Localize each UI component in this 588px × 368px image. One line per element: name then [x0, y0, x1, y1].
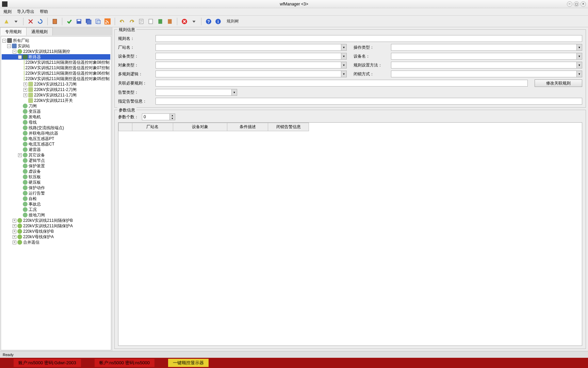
expand-icon[interactable]: +: [23, 82, 27, 86]
param-count-input[interactable]: [142, 114, 169, 120]
tree-protect-act[interactable]: 保护动作: [2, 185, 110, 190]
tb-save-icon[interactable]: [75, 18, 83, 25]
tb-book-orange-icon[interactable]: [166, 18, 174, 25]
col-device[interactable]: 设备对象: [173, 123, 227, 131]
tb-help-icon[interactable]: ?: [205, 18, 212, 25]
col-condition[interactable]: 条件描述: [227, 123, 268, 131]
tree-arrester[interactable]: 避雷器: [2, 147, 110, 152]
input-alarm-info[interactable]: [156, 98, 582, 105]
tree-sw211[interactable]: 220kV实训线211开关: [2, 98, 110, 103]
tree-condition[interactable]: 工况: [2, 207, 110, 212]
maximize-button[interactable]: ◻: [574, 1, 579, 7]
expand-icon[interactable]: +: [13, 224, 16, 228]
rule-tree[interactable]: −所有厂站 −实训站 −220kV实训线211间隔测控 −断路器 220kV实训…: [1, 36, 111, 350]
expand-icon[interactable]: +: [23, 88, 27, 92]
col-lock-alarm[interactable]: 闭锁告警信息: [268, 123, 309, 131]
tree-virtual-dev[interactable]: 虚设备: [2, 169, 110, 174]
tb-delete-icon[interactable]: [27, 18, 34, 25]
collapse-icon[interactable]: −: [13, 50, 16, 53]
chevron-down-icon[interactable]: ▼: [341, 71, 346, 77]
tb-doc2-icon[interactable]: [147, 18, 154, 25]
expand-icon[interactable]: +: [13, 230, 16, 233]
combo-alarm-type[interactable]: ▼: [156, 89, 237, 96]
minimize-button[interactable]: −: [567, 1, 572, 7]
tree-root[interactable]: −所有厂站: [2, 38, 110, 43]
tb-book-green-icon[interactable]: [157, 18, 164, 25]
spinner-up-icon[interactable]: ▲: [170, 114, 175, 117]
tree-ctrl08[interactable]: 220kV实训线211间隔测控遥信遥控对象08控制: [2, 60, 110, 65]
tree-softplate[interactable]: 软压板: [2, 174, 110, 180]
tree-accident[interactable]: 事故总: [2, 201, 110, 207]
tree-other-dev[interactable]: +其它设备: [2, 152, 110, 158]
tree-hardplate[interactable]: 硬压板: [2, 180, 110, 185]
tree-ctrl05[interactable]: 220kV实训线211间隔测控遥信遥控对象05控制: [2, 76, 110, 81]
tree-pt[interactable]: 电压互感器PT: [2, 136, 110, 141]
input-rule-name[interactable]: [156, 35, 582, 42]
tb-rss-icon[interactable]: [104, 18, 111, 25]
collapse-icon[interactable]: −: [2, 39, 6, 43]
tb-clipboard-icon[interactable]: [51, 18, 59, 25]
tree-generator[interactable]: 发电机: [2, 114, 110, 120]
expand-icon[interactable]: +: [13, 219, 16, 223]
tree-merge[interactable]: +合并遥信: [2, 240, 110, 245]
param-table-container[interactable]: 厂站名 设备对象 条件描述 闭锁告警信息: [118, 122, 582, 346]
expand-icon[interactable]: +: [13, 235, 16, 239]
tree-self-check[interactable]: 自检: [2, 196, 110, 201]
tree-protect-dev[interactable]: 保护装置: [2, 163, 110, 169]
input-assoc-rule[interactable]: [156, 80, 528, 87]
tab-special-rules[interactable]: 专用规则: [0, 27, 27, 35]
expand-icon[interactable]: +: [13, 241, 16, 244]
combo-dev-name[interactable]: ▼: [391, 53, 582, 60]
chevron-down-icon[interactable]: ▼: [576, 44, 582, 50]
tree-bay[interactable]: −220kV实训线211间隔测控: [2, 49, 110, 54]
tree-bay-protectA[interactable]: +220kV实训线211间隔保护A: [2, 223, 110, 229]
collapse-icon[interactable]: −: [7, 44, 11, 48]
menu-help[interactable]: 帮助: [40, 9, 48, 15]
tb-close-icon[interactable]: [181, 18, 188, 25]
close-button[interactable]: ×: [581, 1, 586, 7]
combo-station-name[interactable]: ▼: [156, 44, 347, 51]
tree-sw211-3[interactable]: +220kV实训线211-3刀闸: [2, 81, 110, 87]
tree-sw211-2[interactable]: +220kV实训线211-2刀闸: [2, 87, 110, 92]
menu-import-export[interactable]: 导入/导出: [17, 9, 34, 15]
col-station[interactable]: 厂站名: [132, 123, 173, 131]
tb-redo-icon[interactable]: [128, 18, 135, 25]
collapse-icon[interactable]: −: [18, 55, 22, 59]
tree-ctrl07[interactable]: 220kV实训线211间隔测控遥信遥控对象07控制: [2, 65, 110, 71]
combo-multi-logic[interactable]: ▼: [156, 71, 347, 77]
tree-knife[interactable]: 刀闸: [2, 103, 110, 109]
modify-assoc-button[interactable]: 修改关联规则: [535, 79, 582, 87]
combo-obj-type[interactable]: ▼: [156, 62, 347, 68]
menu-rules[interactable]: 规则: [3, 9, 12, 15]
tree-sw211-1[interactable]: +220kV实训线211-1刀闸: [2, 92, 110, 98]
tree-bus[interactable]: 母线: [2, 120, 110, 125]
combo-rule-method[interactable]: ▼: [391, 62, 582, 68]
tab-general-rules[interactable]: 通用规则: [26, 27, 53, 35]
tree-run-alarm[interactable]: 运行告警: [2, 190, 110, 196]
tb-dropdown2-icon[interactable]: [190, 18, 198, 25]
expand-icon[interactable]: +: [23, 93, 27, 97]
tree-ctrl06[interactable]: 220kV实训线211间隔测控遥信遥控对象06控制: [2, 71, 110, 76]
col-blank[interactable]: [119, 123, 132, 131]
tree-transformer[interactable]: 变压器: [2, 109, 110, 114]
tree-bay-protectB[interactable]: +220kV实训线211间隔保护B: [2, 218, 110, 223]
tb-check-icon[interactable]: [66, 18, 73, 25]
combo-op-type[interactable]: ▼: [391, 44, 582, 51]
combo-dev-type[interactable]: ▼: [156, 53, 347, 60]
tb-dropdown-icon[interactable]: [12, 18, 20, 25]
tree-ct[interactable]: 电流互感器CT: [2, 141, 110, 147]
combo-lock-mode[interactable]: ▼: [391, 71, 582, 77]
spinner-down-icon[interactable]: ▼: [170, 117, 175, 120]
tree-logic-node[interactable]: 逻辑节点: [2, 158, 110, 163]
tree-station[interactable]: −实训站: [2, 43, 110, 49]
chevron-down-icon[interactable]: ▼: [576, 62, 582, 68]
expand-icon[interactable]: +: [18, 153, 22, 157]
chevron-down-icon[interactable]: ▼: [341, 62, 346, 68]
tb-saveall-icon[interactable]: [85, 18, 92, 25]
tb-refresh-icon[interactable]: [36, 18, 44, 25]
chevron-down-icon[interactable]: ▼: [231, 89, 237, 95]
tree-bus-protectB[interactable]: +220kV母线保护B: [2, 229, 110, 234]
tb-info-icon[interactable]: i: [214, 18, 222, 25]
tb-new-icon[interactable]: [3, 18, 10, 25]
tree-bus-protectA[interactable]: +220kV母线保护A: [2, 234, 110, 240]
